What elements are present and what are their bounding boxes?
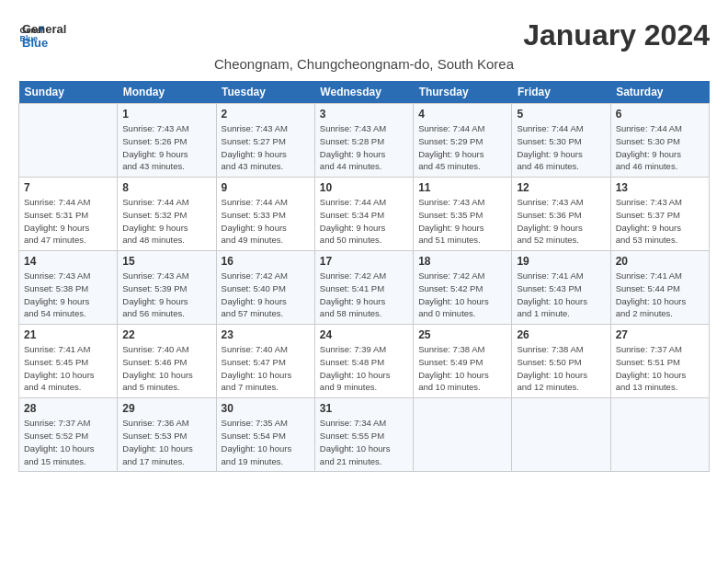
day-info: Sunrise: 7:42 AM Sunset: 5:42 PM Dayligh… xyxy=(418,270,506,320)
day-info: Sunrise: 7:44 AM Sunset: 5:31 PM Dayligh… xyxy=(24,196,112,247)
calendar-cell: 19Sunrise: 7:41 AM Sunset: 5:43 PM Dayli… xyxy=(512,251,610,325)
day-info: Sunrise: 7:43 AM Sunset: 5:27 PM Dayligh… xyxy=(222,122,310,173)
calendar-cell: 9Sunrise: 7:44 AM Sunset: 5:33 PM Daylig… xyxy=(216,178,314,251)
day-number: 10 xyxy=(320,181,408,194)
day-number: 19 xyxy=(517,255,605,268)
day-number: 16 xyxy=(222,255,310,268)
calendar-cell: 25Sunrise: 7:38 AM Sunset: 5:49 PM Dayli… xyxy=(414,325,512,398)
day-number: 11 xyxy=(418,181,506,194)
calendar-cell: 27Sunrise: 7:37 AM Sunset: 5:51 PM Dayli… xyxy=(610,325,709,398)
calendar-cell: 17Sunrise: 7:42 AM Sunset: 5:41 PM Dayli… xyxy=(314,251,413,325)
day-number: 21 xyxy=(24,328,112,341)
day-info: Sunrise: 7:35 AM Sunset: 5:54 PM Dayligh… xyxy=(222,417,310,467)
calendar-cell: 13Sunrise: 7:43 AM Sunset: 5:37 PM Dayli… xyxy=(610,178,709,251)
day-number: 4 xyxy=(418,108,506,121)
calendar-table: SundayMondayTuesdayWednesdayThursdayFrid… xyxy=(18,81,710,472)
day-info: Sunrise: 7:44 AM Sunset: 5:33 PM Dayligh… xyxy=(222,196,310,247)
day-number: 13 xyxy=(616,181,704,194)
day-info: Sunrise: 7:44 AM Sunset: 5:30 PM Dayligh… xyxy=(517,122,605,173)
dow-header-thursday: Thursday xyxy=(414,81,512,104)
day-info: Sunrise: 7:40 AM Sunset: 5:47 PM Dayligh… xyxy=(222,343,310,394)
calendar-cell xyxy=(512,398,610,472)
calendar-cell: 18Sunrise: 7:42 AM Sunset: 5:42 PM Dayli… xyxy=(414,251,512,325)
calendar-week-4: 21Sunrise: 7:41 AM Sunset: 5:45 PM Dayli… xyxy=(19,325,710,398)
calendar-cell: 5Sunrise: 7:44 AM Sunset: 5:30 PM Daylig… xyxy=(512,104,610,178)
day-info: Sunrise: 7:41 AM Sunset: 5:45 PM Dayligh… xyxy=(24,343,112,394)
calendar-cell: 23Sunrise: 7:40 AM Sunset: 5:47 PM Dayli… xyxy=(216,325,314,398)
day-info: Sunrise: 7:34 AM Sunset: 5:55 PM Dayligh… xyxy=(320,417,408,467)
calendar-body: 1Sunrise: 7:43 AM Sunset: 5:26 PM Daylig… xyxy=(19,104,710,472)
calendar-cell xyxy=(414,398,512,472)
day-info: Sunrise: 7:38 AM Sunset: 5:50 PM Dayligh… xyxy=(517,343,605,394)
calendar-cell: 31Sunrise: 7:34 AM Sunset: 5:55 PM Dayli… xyxy=(314,398,413,472)
day-number: 17 xyxy=(320,255,408,268)
dow-header-monday: Monday xyxy=(118,81,216,104)
day-number: 8 xyxy=(122,181,210,194)
day-number: 18 xyxy=(418,255,506,268)
calendar-cell: 4Sunrise: 7:44 AM Sunset: 5:29 PM Daylig… xyxy=(414,104,512,178)
header: General Blue General Blue January 2024 xyxy=(18,18,710,52)
calendar-cell: 28Sunrise: 7:37 AM Sunset: 5:52 PM Dayli… xyxy=(19,398,118,472)
day-info: Sunrise: 7:44 AM Sunset: 5:32 PM Dayligh… xyxy=(122,196,210,247)
day-number: 9 xyxy=(222,181,310,194)
day-number: 1 xyxy=(122,108,210,121)
logo: General Blue General Blue xyxy=(18,18,66,50)
day-number: 2 xyxy=(222,108,310,121)
day-info: Sunrise: 7:42 AM Sunset: 5:41 PM Dayligh… xyxy=(320,270,408,320)
day-info: Sunrise: 7:43 AM Sunset: 5:28 PM Dayligh… xyxy=(320,122,408,173)
calendar-cell xyxy=(610,398,709,472)
day-number: 29 xyxy=(122,402,210,415)
calendar-cell: 14Sunrise: 7:43 AM Sunset: 5:38 PM Dayli… xyxy=(19,251,118,325)
day-info: Sunrise: 7:43 AM Sunset: 5:38 PM Dayligh… xyxy=(24,270,112,320)
calendar-cell xyxy=(19,104,118,178)
day-number: 15 xyxy=(122,255,210,268)
day-number: 5 xyxy=(517,108,605,121)
day-info: Sunrise: 7:43 AM Sunset: 5:26 PM Dayligh… xyxy=(122,122,210,173)
day-number: 27 xyxy=(616,328,704,341)
calendar-cell: 16Sunrise: 7:42 AM Sunset: 5:40 PM Dayli… xyxy=(216,251,314,325)
calendar-week-5: 28Sunrise: 7:37 AM Sunset: 5:52 PM Dayli… xyxy=(19,398,710,472)
calendar-week-2: 7Sunrise: 7:44 AM Sunset: 5:31 PM Daylig… xyxy=(19,178,710,251)
dow-header-saturday: Saturday xyxy=(610,81,709,104)
day-number: 3 xyxy=(320,108,408,121)
day-info: Sunrise: 7:43 AM Sunset: 5:36 PM Dayligh… xyxy=(517,196,605,247)
day-number: 20 xyxy=(616,255,704,268)
day-info: Sunrise: 7:44 AM Sunset: 5:30 PM Dayligh… xyxy=(616,122,704,173)
day-info: Sunrise: 7:43 AM Sunset: 5:35 PM Dayligh… xyxy=(418,196,506,247)
day-number: 7 xyxy=(24,181,112,194)
day-number: 24 xyxy=(320,328,408,341)
calendar-subtitle: Cheongnam, Chungcheongnam-do, South Kore… xyxy=(18,56,710,72)
day-info: Sunrise: 7:38 AM Sunset: 5:49 PM Dayligh… xyxy=(418,343,506,394)
day-number: 30 xyxy=(222,402,310,415)
calendar-cell: 8Sunrise: 7:44 AM Sunset: 5:32 PM Daylig… xyxy=(118,178,216,251)
dow-header-friday: Friday xyxy=(512,81,610,104)
day-number: 12 xyxy=(517,181,605,194)
calendar-cell: 1Sunrise: 7:43 AM Sunset: 5:26 PM Daylig… xyxy=(118,104,216,178)
calendar-week-3: 14Sunrise: 7:43 AM Sunset: 5:38 PM Dayli… xyxy=(19,251,710,325)
calendar-cell: 10Sunrise: 7:44 AM Sunset: 5:34 PM Dayli… xyxy=(314,178,413,251)
calendar-cell: 26Sunrise: 7:38 AM Sunset: 5:50 PM Dayli… xyxy=(512,325,610,398)
calendar-title: January 2024 xyxy=(523,18,710,52)
day-number: 23 xyxy=(222,328,310,341)
day-info: Sunrise: 7:40 AM Sunset: 5:46 PM Dayligh… xyxy=(122,343,210,394)
day-info: Sunrise: 7:41 AM Sunset: 5:43 PM Dayligh… xyxy=(517,270,605,320)
calendar-cell: 6Sunrise: 7:44 AM Sunset: 5:30 PM Daylig… xyxy=(610,104,709,178)
day-info: Sunrise: 7:37 AM Sunset: 5:52 PM Dayligh… xyxy=(24,417,112,467)
logo-line1: General xyxy=(22,22,66,36)
day-info: Sunrise: 7:36 AM Sunset: 5:53 PM Dayligh… xyxy=(122,417,210,467)
calendar-cell: 20Sunrise: 7:41 AM Sunset: 5:44 PM Dayli… xyxy=(610,251,709,325)
calendar-cell: 7Sunrise: 7:44 AM Sunset: 5:31 PM Daylig… xyxy=(19,178,118,251)
calendar-cell: 30Sunrise: 7:35 AM Sunset: 5:54 PM Dayli… xyxy=(216,398,314,472)
calendar-cell: 22Sunrise: 7:40 AM Sunset: 5:46 PM Dayli… xyxy=(118,325,216,398)
calendar-cell: 29Sunrise: 7:36 AM Sunset: 5:53 PM Dayli… xyxy=(118,398,216,472)
calendar-cell: 12Sunrise: 7:43 AM Sunset: 5:36 PM Dayli… xyxy=(512,178,610,251)
day-info: Sunrise: 7:44 AM Sunset: 5:34 PM Dayligh… xyxy=(320,196,408,247)
dow-header-wednesday: Wednesday xyxy=(314,81,413,104)
dow-header-tuesday: Tuesday xyxy=(216,81,314,104)
day-number: 31 xyxy=(320,402,408,415)
calendar-cell: 24Sunrise: 7:39 AM Sunset: 5:48 PM Dayli… xyxy=(314,325,413,398)
day-info: Sunrise: 7:42 AM Sunset: 5:40 PM Dayligh… xyxy=(222,270,310,320)
calendar-week-1: 1Sunrise: 7:43 AM Sunset: 5:26 PM Daylig… xyxy=(19,104,710,178)
day-number: 22 xyxy=(122,328,210,341)
days-of-week-row: SundayMondayTuesdayWednesdayThursdayFrid… xyxy=(19,81,710,104)
